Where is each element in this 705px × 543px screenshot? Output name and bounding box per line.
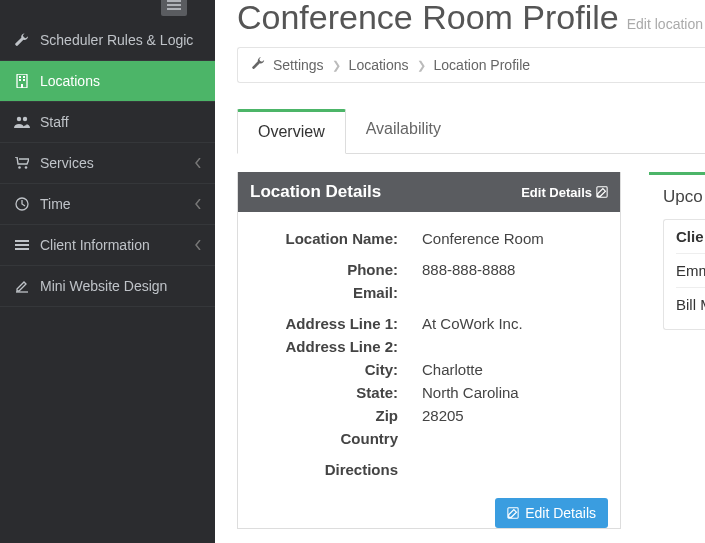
value-email: [398, 284, 422, 301]
list-item[interactable]: Bill M: [676, 287, 705, 321]
label-state: State:: [248, 384, 398, 401]
label-phone: Phone:: [248, 261, 398, 278]
sidebar-item-label: Services: [40, 155, 94, 171]
tab-overview[interactable]: Overview: [237, 109, 346, 154]
sidebar-item-label: Client Information: [40, 237, 150, 253]
svg-rect-7: [23, 79, 25, 81]
svg-rect-17: [597, 187, 607, 197]
svg-rect-0: [167, 0, 181, 2]
breadcrumb-current: Location Profile: [434, 57, 531, 73]
cart-icon: [14, 157, 30, 169]
svg-rect-15: [15, 244, 29, 246]
sidebar: Scheduler Rules & Logic Locations Staff …: [0, 0, 215, 543]
upcoming-header: Clie: [676, 228, 705, 253]
sidebar-item-label: Locations: [40, 73, 100, 89]
edit-icon: [596, 186, 608, 198]
panel-header: Location Details Edit Details: [238, 172, 620, 212]
sidebar-item-scheduler[interactable]: Scheduler Rules & Logic: [0, 20, 215, 61]
sidebar-item-label: Scheduler Rules & Logic: [40, 32, 193, 48]
label-country: Country: [248, 430, 398, 447]
value-zip: 28205: [398, 407, 464, 424]
tab-availability[interactable]: Availability: [346, 109, 461, 153]
sidebar-item-time[interactable]: Time: [0, 184, 215, 225]
svg-rect-1: [167, 4, 181, 6]
label-directions: Directions: [248, 461, 398, 478]
location-details-panel: Location Details Edit Details Location N…: [237, 172, 621, 529]
wrench-icon: [252, 57, 265, 73]
upcoming-title: Upco: [649, 172, 705, 219]
value-state: North Carolina: [398, 384, 519, 401]
sidebar-item-client-info[interactable]: Client Information: [0, 225, 215, 266]
sidebar-item-label: Time: [40, 196, 71, 212]
edit-details-button-label: Edit Details: [525, 505, 596, 521]
wrench-icon: [14, 33, 30, 47]
svg-point-11: [18, 166, 21, 169]
svg-point-10: [23, 117, 27, 121]
value-phone: 888-888-8888: [398, 261, 515, 278]
content-row: Location Details Edit Details Location N…: [237, 172, 705, 529]
page-subtitle: Edit location details ar: [627, 16, 705, 32]
upcoming-card: Clie Emm Bill M: [663, 219, 705, 330]
sidebar-item-mini-website[interactable]: Mini Website Design: [0, 266, 215, 307]
label-city: City:: [248, 361, 398, 378]
chevron-right-icon: ❯: [332, 59, 341, 72]
people-icon: [14, 116, 30, 128]
building-icon: [14, 74, 30, 88]
chevron-right-icon: ❯: [417, 59, 426, 72]
edit-icon: [507, 507, 519, 519]
form-icon: [14, 239, 30, 251]
sidebar-item-locations[interactable]: Locations: [0, 61, 215, 102]
chevron-left-icon: [195, 155, 201, 171]
edit-details-button[interactable]: Edit Details: [495, 498, 608, 528]
svg-rect-18: [508, 508, 518, 518]
value-directions: [398, 461, 422, 478]
panel-title: Location Details: [250, 182, 381, 202]
svg-rect-16: [15, 248, 29, 250]
page-header: Conference Room Profile Edit location de…: [237, 0, 705, 37]
value-addr2: [398, 338, 422, 355]
value-country: [398, 430, 422, 447]
edit-details-link[interactable]: Edit Details: [521, 185, 608, 200]
label-zip: Zip: [248, 407, 398, 424]
clock-icon: [14, 197, 30, 211]
value-city: Charlotte: [398, 361, 483, 378]
label-addr1: Address Line 1:: [248, 315, 398, 332]
menu-toggle-button[interactable]: [161, 0, 187, 16]
page-title: Conference Room Profile: [237, 0, 619, 37]
panel-footer: Edit Details: [238, 492, 620, 528]
label-addr2: Address Line 2:: [248, 338, 398, 355]
label-location-name: Location Name:: [248, 230, 398, 247]
label-email: Email:: [248, 284, 398, 301]
sidebar-item-staff[interactable]: Staff: [0, 102, 215, 143]
breadcrumb-settings[interactable]: Settings: [273, 57, 324, 73]
sidebar-item-label: Staff: [40, 114, 69, 130]
edit-details-label: Edit Details: [521, 185, 592, 200]
sidebar-topbar: [0, 0, 215, 20]
sidebar-nav: Scheduler Rules & Logic Locations Staff …: [0, 20, 215, 307]
main-content: Conference Room Profile Edit location de…: [215, 0, 705, 543]
chevron-left-icon: [195, 237, 201, 253]
edit-icon: [14, 279, 30, 293]
breadcrumb: Settings ❯ Locations ❯ Location Profile: [237, 47, 705, 83]
sidebar-item-label: Mini Website Design: [40, 278, 167, 294]
svg-rect-8: [21, 84, 23, 88]
svg-rect-14: [15, 240, 29, 242]
value-addr1: At CoWork Inc.: [398, 315, 523, 332]
svg-rect-4: [19, 76, 21, 78]
breadcrumb-locations[interactable]: Locations: [349, 57, 409, 73]
list-item[interactable]: Emm: [676, 253, 705, 287]
svg-rect-2: [167, 8, 181, 10]
upcoming-panel: Upco Clie Emm Bill M: [649, 172, 705, 529]
details-body: Location Name:Conference Room Phone:888-…: [238, 212, 620, 492]
tabs: Overview Availability: [237, 109, 705, 154]
hamburger-icon: [167, 0, 181, 10]
sidebar-item-services[interactable]: Services: [0, 143, 215, 184]
svg-point-12: [25, 166, 28, 169]
chevron-left-icon: [195, 196, 201, 212]
svg-rect-5: [23, 76, 25, 78]
svg-rect-6: [19, 79, 21, 81]
value-location-name: Conference Room: [398, 230, 544, 247]
svg-point-9: [17, 117, 21, 121]
